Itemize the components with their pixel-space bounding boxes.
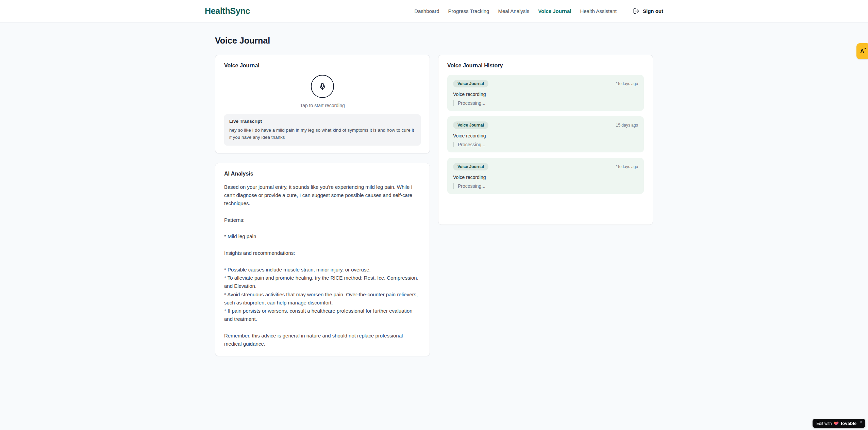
entry-type-badge: Voice Journal	[453, 80, 488, 87]
voice-journal-recorder-card: Voice Journal Tap to start recording Liv…	[215, 55, 430, 153]
log-out-icon	[633, 8, 639, 14]
recorder-card-title: Voice Journal	[224, 63, 421, 69]
edit-with-lovable-badge[interactable]: Edit with lovable ×	[813, 419, 865, 428]
history-entry[interactable]: Voice Journal 15 days ago Voice recordin…	[447, 158, 644, 194]
edit-badge-brand: lovable	[841, 421, 856, 426]
top-header: HealthSync Dashboard Progress Tracking M…	[0, 0, 868, 22]
history-card-title: Voice Journal History	[447, 63, 644, 69]
entry-header: Voice Journal 15 days ago	[453, 163, 638, 170]
live-transcript-title: Live Transcript	[229, 119, 416, 124]
live-transcript-text: hey so like I do have a mild pain in my …	[229, 127, 416, 141]
live-transcript-box: Live Transcript hey so like I do have a …	[224, 114, 421, 146]
entry-timestamp: 15 days ago	[616, 81, 638, 86]
fab-logo-icon: Λ	[860, 48, 864, 54]
entry-timestamp: 15 days ago	[616, 123, 638, 128]
nav-item-health-assistant[interactable]: Health Assistant	[580, 8, 617, 14]
nav-item-dashboard[interactable]: Dashboard	[414, 8, 439, 14]
ai-analysis-title: AI Analysis	[224, 171, 421, 177]
history-entry[interactable]: Voice Journal 15 days ago Voice recordin…	[447, 75, 644, 111]
ai-analysis-card: AI Analysis Based on your journal entry,…	[215, 163, 430, 356]
entry-status: Processing...	[453, 142, 638, 147]
sign-out-button[interactable]: Sign out	[633, 8, 663, 14]
header-container: HealthSync Dashboard Progress Tracking M…	[205, 6, 663, 16]
tap-to-record-hint: Tap to start recording	[300, 103, 345, 108]
nav-item-voice-journal[interactable]: Voice Journal	[538, 8, 571, 14]
entry-title: Voice recording	[453, 133, 638, 138]
entry-status: Processing...	[453, 100, 638, 106]
nav-item-progress-tracking[interactable]: Progress Tracking	[448, 8, 489, 14]
edit-badge-prefix: Edit with	[816, 421, 832, 426]
voice-journal-history-card: Voice Journal History Voice Journal 15 d…	[438, 55, 653, 225]
microphone-icon	[319, 83, 326, 90]
entry-status: Processing...	[453, 183, 638, 189]
edit-badge-close-icon[interactable]: ×	[860, 420, 862, 424]
left-column: Voice Journal Tap to start recording Liv…	[215, 55, 430, 356]
page-title: Voice Journal	[215, 36, 653, 46]
entry-header: Voice Journal 15 days ago	[453, 80, 638, 87]
content-grid: Voice Journal Tap to start recording Liv…	[215, 55, 653, 356]
ai-analysis-body: Based on your journal entry, it sounds l…	[224, 183, 421, 348]
entry-type-badge: Voice Journal	[453, 163, 488, 170]
entry-type-badge: Voice Journal	[453, 121, 488, 129]
side-panel-toggle-button[interactable]: Λ	[856, 43, 868, 59]
app-logo[interactable]: HealthSync	[205, 6, 250, 16]
entry-title: Voice recording	[453, 92, 638, 97]
record-button[interactable]	[311, 75, 334, 98]
right-column: Voice Journal History Voice Journal 15 d…	[438, 55, 653, 225]
entry-timestamp: 15 days ago	[616, 164, 638, 169]
entry-header: Voice Journal 15 days ago	[453, 121, 638, 129]
history-entry[interactable]: Voice Journal 15 days ago Voice recordin…	[447, 116, 644, 152]
entry-title: Voice recording	[453, 175, 638, 180]
gradient-heart-icon	[834, 421, 839, 426]
recorder-area: Tap to start recording	[224, 75, 421, 108]
main-content: Voice Journal Voice Journal Tap to start…	[215, 22, 653, 356]
sign-out-label: Sign out	[643, 8, 663, 14]
main-nav: Dashboard Progress Tracking Meal Analysi…	[414, 8, 663, 14]
nav-item-meal-analysis[interactable]: Meal Analysis	[498, 8, 529, 14]
